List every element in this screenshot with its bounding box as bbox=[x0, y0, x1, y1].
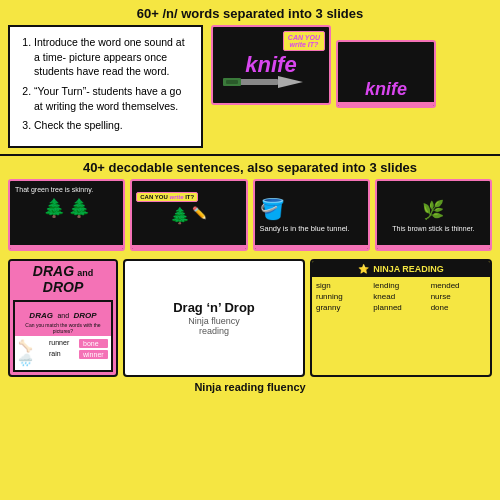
section1-header-text: 60+ /n/ words separated into 3 slides bbox=[137, 6, 364, 21]
ninja-fluency-reading-label: Ninja fluencyreading bbox=[188, 316, 240, 336]
can-you-badge-text: CAN YOU bbox=[288, 34, 320, 41]
section2-header: 40+ decodable sentences, also separated … bbox=[0, 154, 500, 179]
bucket-slide: 🪣 Sandy is in the blue tunnel. bbox=[253, 179, 370, 251]
instruction-3: Check the spelling. bbox=[34, 118, 191, 133]
inner-subtitle: Can you match the words with the picture… bbox=[17, 322, 109, 334]
ninja-reading-fluency-footer: Ninja reading fluency bbox=[0, 377, 500, 395]
word-label-2: rain bbox=[49, 350, 77, 359]
ninja-words-grid: sign lending mended running knead nurse … bbox=[312, 277, 490, 316]
knife-slide-1: CAN YOU write IT? knife bbox=[211, 25, 331, 105]
bucket-content: 🪣 Sandy is in the blue tunnel. bbox=[255, 181, 368, 249]
tree-badge-content: CAN YOU write IT? 🌲 ✏️ bbox=[132, 181, 245, 229]
bucket-sentence-text: Sandy is in the blue tunnel. bbox=[260, 224, 350, 233]
pink-bar-3 bbox=[132, 245, 245, 249]
instruction-1: Introduce the word one sound at a time- … bbox=[34, 35, 191, 79]
tree-icons-2: 🌲 ✏️ bbox=[136, 206, 241, 225]
ninja-word-2: lending bbox=[373, 281, 428, 290]
ninja-reading-widget[interactable]: ⭐ NINJA READING sign lending mended runn… bbox=[310, 259, 492, 377]
stick-slide: 🌿 This brown stick is thinner. bbox=[375, 179, 492, 251]
can-you-badge-2: CAN YOU write IT? bbox=[136, 192, 198, 202]
svg-rect-3 bbox=[226, 80, 238, 84]
tree-sentence-slide: That green tree is skinny. 🌲 🌲 bbox=[8, 179, 125, 251]
drag-drop-words: runner bone rain winner bbox=[49, 339, 108, 367]
drag-drop-header-1: DRAG and DROP bbox=[10, 261, 116, 297]
word-label-1: runner bbox=[49, 339, 77, 348]
inner-and: and bbox=[57, 312, 69, 319]
svg-marker-1 bbox=[278, 76, 303, 88]
tree-slide-content: That green tree is skinny. 🌲 🌲 bbox=[10, 181, 123, 224]
ninja-star-icon: ⭐ bbox=[358, 264, 369, 274]
drag-drop-inner-header: DRAG and DROP Can you match the words wi… bbox=[15, 302, 111, 336]
ninja-word-6: nurse bbox=[431, 292, 486, 301]
can-you-write-badge: CAN YOU write IT? bbox=[283, 31, 325, 51]
drag-drop-widget-1[interactable]: DRAG and DROP DRAG and DROP Can you matc… bbox=[8, 259, 118, 377]
drag-n-drop-title: Drag ‘n’ Drop bbox=[173, 300, 255, 316]
image-icon-1: 🦴 bbox=[18, 339, 46, 353]
drag-n-drop-widget[interactable]: Drag ‘n’ Drop Ninja fluencyreading bbox=[123, 259, 305, 377]
ninja-word-3: mended bbox=[431, 281, 486, 290]
top-slides-area: CAN YOU write IT? knife knife bbox=[211, 25, 492, 148]
word-row-2: rain winner bbox=[49, 350, 108, 359]
section2-header-text: 40+ decodable sentences, also separated … bbox=[83, 160, 417, 175]
ninja-word-9: done bbox=[431, 303, 486, 312]
tree-icons: 🌲 🌲 bbox=[15, 197, 118, 219]
word-box-2: winner bbox=[79, 350, 108, 359]
drag-title-1: DRAG bbox=[33, 263, 74, 279]
tree-badge-slide: CAN YOU write IT? 🌲 ✏️ bbox=[130, 179, 247, 251]
ninja-fluency-footer-text: Ninja reading fluency bbox=[194, 381, 305, 393]
pink-bar-5 bbox=[377, 245, 490, 249]
stick-icon: 🌿 bbox=[422, 199, 444, 221]
drop-title-1: DROP bbox=[43, 279, 83, 295]
drag-drop-body: 🦴 🌧️ runner bone rain winner bbox=[15, 336, 111, 370]
ninja-word-7: granny bbox=[316, 303, 371, 312]
bottom-slides-area: That green tree is skinny. 🌲 🌲 CAN YOU w… bbox=[0, 179, 500, 257]
pencil-icon: ✏️ bbox=[192, 206, 207, 225]
bottom-widgets-area: DRAG and DROP DRAG and DROP Can you matc… bbox=[0, 257, 500, 377]
pink-bar bbox=[338, 102, 434, 106]
ninja-word-5: knead bbox=[373, 292, 428, 301]
bucket-icon: 🪣 bbox=[260, 197, 285, 221]
drag-drop-inner[interactable]: DRAG and DROP Can you match the words wi… bbox=[13, 300, 113, 372]
pink-bar-4 bbox=[255, 245, 368, 249]
drag-drop-images: 🦴 🌧️ bbox=[18, 339, 46, 367]
ninja-word-1: sign bbox=[316, 281, 371, 290]
tree-sentence-text: That green tree is skinny. bbox=[15, 186, 118, 193]
tree-icon-1: 🌲 bbox=[43, 197, 65, 219]
inner-drop-title: DROP bbox=[74, 311, 97, 320]
it-text: IT? bbox=[308, 41, 319, 48]
ninja-reading-title: NINJA READING bbox=[373, 264, 444, 274]
instructions-list: Introduce the word one sound at a time- … bbox=[20, 35, 191, 133]
word-box-1: bone bbox=[79, 339, 108, 348]
ninja-word-4: running bbox=[316, 292, 371, 301]
instruction-2: “Your Turn”- students have a go at writi… bbox=[34, 84, 191, 113]
top-content-area: Introduce the word one sound at a time- … bbox=[0, 25, 500, 154]
knife-slide-2: knife bbox=[336, 40, 436, 108]
knife-image-1 bbox=[223, 71, 303, 93]
inner-drag-title: DRAG bbox=[29, 311, 53, 320]
stick-content: 🌿 This brown stick is thinner. bbox=[377, 181, 490, 249]
tree-icon-3: 🌲 bbox=[170, 206, 190, 225]
tree-icon-2: 🌲 bbox=[68, 197, 90, 219]
write-text: write bbox=[290, 41, 306, 48]
knife-word-2: knife bbox=[365, 79, 407, 100]
pink-bar-2 bbox=[10, 245, 123, 249]
drag-n-drop-text: Drag ‘n’ Drop bbox=[173, 300, 255, 315]
drag-and-1: and bbox=[77, 268, 93, 278]
stick-sentence-text: This brown stick is thinner. bbox=[392, 225, 474, 232]
ninja-word-8: planned bbox=[373, 303, 428, 312]
instructions-box: Introduce the word one sound at a time- … bbox=[8, 25, 203, 148]
word-row-1: runner bone bbox=[49, 339, 108, 348]
ninja-reading-header: ⭐ NINJA READING bbox=[312, 261, 490, 277]
section1-header: 60+ /n/ words separated into 3 slides bbox=[0, 0, 500, 25]
image-icon-2: 🌧️ bbox=[18, 353, 46, 367]
